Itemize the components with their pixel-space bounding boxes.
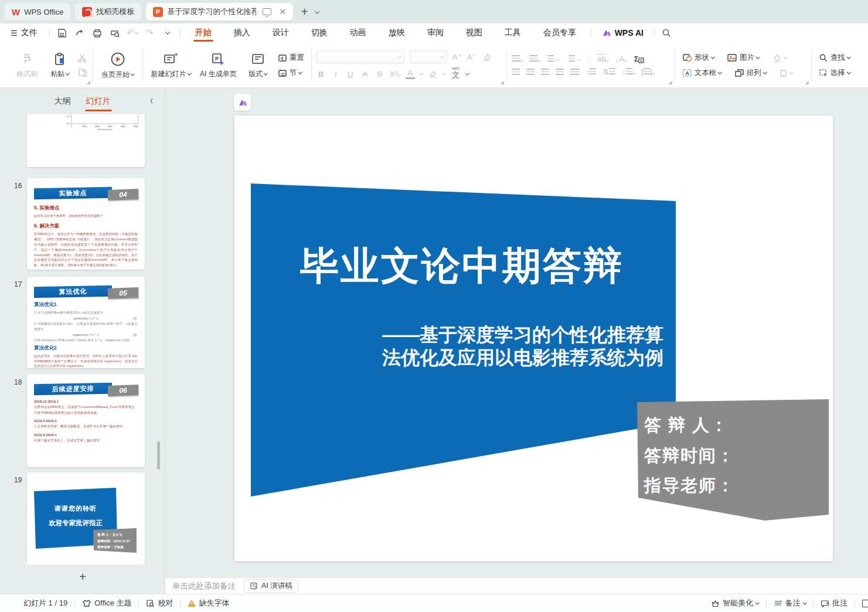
menu-tab-animation[interactable]: 动画 <box>339 23 377 42</box>
space-before-button[interactable]: ↕ <box>586 67 597 76</box>
align-left-button[interactable] <box>512 69 520 75</box>
textbox-button[interactable]: A 文本框 <box>680 67 724 79</box>
save-button[interactable] <box>55 26 70 39</box>
tab-list-dropdown-icon[interactable] <box>315 8 319 15</box>
paste-button[interactable]: 粘贴 <box>45 51 75 80</box>
text-anchor-button[interactable]: [] <box>641 67 655 76</box>
play-from-current-button[interactable]: 当页开始 <box>98 50 138 81</box>
new-slide-button[interactable]: 新建幻灯片 <box>148 51 195 80</box>
superscript-button[interactable]: X² <box>390 70 400 79</box>
notes-toggle-button[interactable]: 备注 <box>774 598 806 608</box>
comments-button[interactable]: 批注 <box>821 598 847 608</box>
layout-button[interactable]: 版式 <box>243 51 273 80</box>
menu-tab-design[interactable]: 设计 <box>261 23 300 42</box>
char-spacing-button[interactable]: A <box>360 70 370 79</box>
clipboard-dialog-launcher[interactable]: ◢ <box>87 80 90 85</box>
print-button[interactable] <box>90 26 105 39</box>
cut-icon[interactable] <box>77 53 88 63</box>
smart-beautify-button[interactable]: 智能美化 <box>711 598 759 608</box>
shapes-button[interactable]: 形状 <box>680 52 717 63</box>
vertical-text-button[interactable]: ↓A <box>615 55 627 63</box>
tab-docer-templates[interactable]: 找稻壳模板 <box>75 3 141 21</box>
slide-thumbnail-16[interactable]: 实验难点04 5. 实验难点 如何算法应用于推荐时，训练模型时特征的选取？ 6.… <box>27 178 145 270</box>
thumbnail-scrollbar[interactable] <box>157 441 160 470</box>
tab-wps-home[interactable]: W WPS Office <box>5 3 70 21</box>
menu-tab-view[interactable]: 视图 <box>455 23 493 42</box>
text-direction-button[interactable]: ab <box>597 55 608 63</box>
undo-button[interactable]: ↶ <box>125 26 140 39</box>
arrange-button[interactable]: 排列 <box>732 67 769 79</box>
tab-slides[interactable]: 幻灯片 <box>86 96 111 107</box>
decrease-indent-button[interactable]: ← <box>547 55 561 63</box>
decrease-font-button[interactable]: A⁻ <box>467 52 476 62</box>
align-right-button[interactable] <box>541 69 549 75</box>
slide-thumbnail-15[interactable]: 0.90.80.70.60.50.4010002000300040005000t… <box>27 114 145 167</box>
find-button[interactable]: 查找 <box>816 52 853 63</box>
align-center-button[interactable] <box>526 69 535 75</box>
paragraph-dialog-launcher[interactable]: ◢ <box>669 80 672 85</box>
format-painter-button[interactable]: 格式刷 <box>12 51 42 80</box>
fill-color-button[interactable] <box>770 53 789 63</box>
current-slide[interactable]: 毕业文论中期答辩 ——基于深度学习的个性化推荐算 法优化及应用以电影推荐系统为例… <box>234 115 833 561</box>
view-mode-partial-icon[interactable] <box>862 600 868 607</box>
wps-ai-button[interactable]: WPS AI <box>595 28 651 38</box>
pinyin-guide-button[interactable]: wén文 <box>451 67 461 80</box>
slide-thumbnail-19[interactable]: 谢谢您的聆听 欢迎专家批评指正 答 辩 人：文小飞 答辩时间：2018.11.2… <box>27 472 145 565</box>
slide-thumbnail-17[interactable]: 算法优化05 算法优化1 1. 对于连接权重wᵢⱼ将向梯度方向xᵢ·xⱼ的正向强… <box>27 277 145 368</box>
menu-tab-member[interactable]: 会员专享 <box>532 23 587 42</box>
tab-outline[interactable]: 大纲 <box>55 96 71 107</box>
missing-font-warning[interactable]: 缺失字体 <box>188 598 229 608</box>
print-preview-button[interactable] <box>107 26 122 39</box>
underline-button[interactable]: U <box>346 70 355 79</box>
present-monitor-icon[interactable] <box>263 8 271 15</box>
menu-tab-slideshow[interactable]: 放映 <box>377 23 416 42</box>
proofread-button[interactable]: 校对 <box>146 598 173 608</box>
font-dialog-launcher[interactable]: ◢ <box>501 80 504 85</box>
font-color-button[interactable]: A <box>406 69 415 79</box>
menu-tab-tools[interactable]: 工具 <box>493 23 532 42</box>
ai-script-button[interactable]: AI 演讲稿 <box>244 579 298 593</box>
insert-symbol-icon[interactable]: Σ <box>634 55 644 63</box>
search-button[interactable] <box>659 26 675 39</box>
quick-toolbar-dropdown-icon[interactable] <box>160 26 175 39</box>
menu-tab-home[interactable]: 开始 <box>184 23 223 42</box>
clear-format-icon[interactable] <box>482 53 492 61</box>
menu-tab-insert[interactable]: 插入 <box>223 23 261 42</box>
slide-title[interactable]: 毕业文论中期答辩 <box>263 240 661 293</box>
new-tab-button[interactable]: + <box>301 6 308 18</box>
menu-tab-transition[interactable]: 切换 <box>300 23 339 42</box>
section-button[interactable]: 节 <box>275 67 307 79</box>
slide-subtitle[interactable]: ——基于深度学习的个性化推荐算 法优化及应用以电影推荐系统为例 <box>362 324 683 369</box>
notes-placeholder[interactable]: 单击此处添加备注 <box>172 581 236 591</box>
export-button[interactable] <box>72 26 87 39</box>
justify-button[interactable] <box>556 69 564 75</box>
bullet-list-button[interactable] <box>512 55 523 63</box>
slide-thumbnail-18[interactable]: 后续进度安排06 2018.12-2019.1 完善和优化RBM算法，完成基于m… <box>27 374 145 467</box>
highlight-color-icon[interactable] <box>428 70 438 78</box>
distribute-button[interactable] <box>570 69 580 75</box>
slide-info-lines[interactable]: 答 辩 人： 答辩时间： 指导老师： <box>644 410 735 501</box>
wps-ai-float-button[interactable] <box>234 94 251 111</box>
select-button[interactable]: 选择 <box>816 67 853 79</box>
ai-single-page-button[interactable]: P AI 生成单页 <box>196 51 240 80</box>
line-spacing-button[interactable]: ↕ <box>622 67 635 76</box>
collapse-panel-icon[interactable]: ‹ <box>150 93 153 106</box>
bold-button[interactable]: B <box>316 70 326 79</box>
increase-font-button[interactable]: A⁺ <box>452 52 462 62</box>
theme-button[interactable]: Office 主题 <box>82 598 131 608</box>
increase-indent-button[interactable]: → <box>569 55 583 63</box>
font-size-select[interactable] <box>410 50 447 63</box>
menu-tab-review[interactable]: 审阅 <box>416 23 455 42</box>
file-menu[interactable]: ☰ 文件 <box>0 28 46 38</box>
numbered-list-button[interactable] <box>529 55 540 63</box>
picture-button[interactable]: 图片 <box>724 52 762 63</box>
reset-button[interactable]: 重置 <box>275 52 307 63</box>
space-after-button[interactable]: ⇅ <box>603 67 615 76</box>
shape-effect-button[interactable] <box>777 69 795 78</box>
add-slide-button[interactable]: + <box>76 570 89 584</box>
font-family-select[interactable] <box>316 50 404 63</box>
close-tab-icon[interactable]: ✕ <box>279 7 286 16</box>
insert-dialog-launcher[interactable]: ◢ <box>805 80 809 85</box>
italic-button[interactable]: I <box>331 70 341 79</box>
strikethrough-button[interactable]: S <box>375 70 384 79</box>
